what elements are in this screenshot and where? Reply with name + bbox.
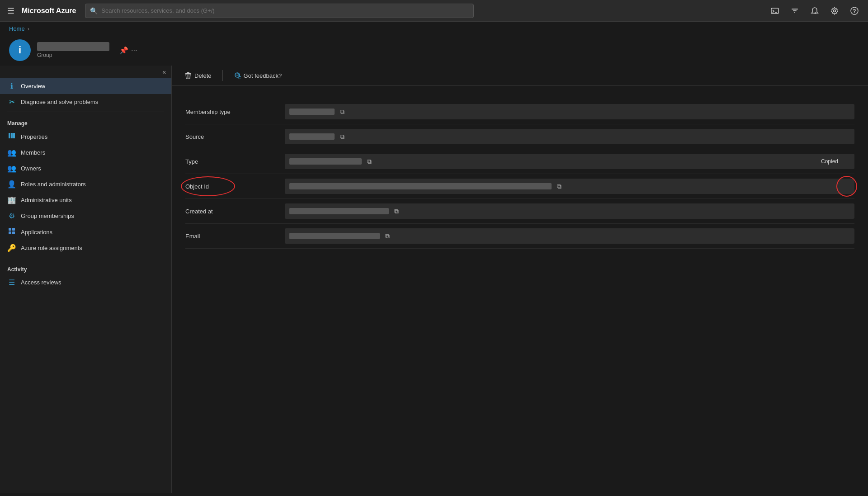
pin-icon[interactable]: 📌 xyxy=(119,46,128,55)
svg-rect-16 xyxy=(12,231,15,234)
svg-rect-18 xyxy=(185,73,191,74)
more-options-icon[interactable]: ··· xyxy=(131,46,137,54)
search-icon: 🔍 xyxy=(90,7,98,14)
settings-icon-btn[interactable] xyxy=(826,3,843,19)
prop-label-object-id: Object Id xyxy=(185,183,285,190)
sidebar-collapse-btn: « xyxy=(0,66,171,78)
content-toolbar: Delete Got feedback? xyxy=(172,66,868,86)
sidebar-divider-activity xyxy=(7,258,164,258)
sidebar-item-label-admin-units: Administrative units xyxy=(21,197,72,203)
filter-icon-btn[interactable] xyxy=(787,3,803,19)
prop-label-type: Type xyxy=(185,158,285,165)
prop-row-object-id: Object Id ⧉ xyxy=(185,174,854,199)
sidebar-item-admin-units[interactable]: 🏢 Administrative units xyxy=(0,192,171,208)
sidebar-item-label-roles: Roles and administrators xyxy=(21,181,86,188)
resource-title-block: Group xyxy=(37,42,109,58)
resource-name-blurred xyxy=(37,42,109,51)
svg-rect-17 xyxy=(187,72,189,73)
sidebar-item-label-overview: Overview xyxy=(21,83,45,90)
diagnose-icon: ✂ xyxy=(7,98,16,106)
prop-value-blurred-object-id xyxy=(289,183,552,189)
copy-btn-email[interactable]: ⧉ xyxy=(383,231,392,241)
toolbar-separator xyxy=(222,70,223,81)
search-bar: 🔍 xyxy=(85,4,474,18)
prop-value-created-at: ⧉ xyxy=(285,203,854,219)
properties-section: Membership type ⧉ Source ⧉ Type xyxy=(172,86,868,258)
sidebar-section-activity: Activity xyxy=(0,260,171,274)
terminal-icon-btn[interactable] xyxy=(767,3,783,19)
svg-rect-4 xyxy=(794,12,795,13)
admin-units-icon: 🏢 xyxy=(7,196,16,204)
sidebar-item-label-azure-role: Azure role assignments xyxy=(21,245,82,251)
main-layout: « ℹ Overview ✂ Diagnose and solve proble… xyxy=(0,66,868,493)
svg-rect-3 xyxy=(793,10,797,11)
search-input[interactable] xyxy=(101,7,469,14)
resource-type: Group xyxy=(37,52,109,58)
svg-point-7 xyxy=(834,9,836,12)
prop-value-blurred-source xyxy=(289,133,335,140)
top-nav: ☰ Microsoft Azure 🔍 ? xyxy=(0,0,868,22)
prop-value-membership-type: ⧉ xyxy=(285,104,854,119)
collapse-sidebar-icon[interactable]: « xyxy=(162,68,166,76)
svg-rect-15 xyxy=(9,231,11,234)
sidebar-item-group-memberships[interactable]: ⚙ Group memberships xyxy=(0,208,171,224)
svg-rect-11 xyxy=(11,133,13,138)
overview-icon: ℹ xyxy=(7,82,16,90)
copy-btn-membership-type[interactable]: ⧉ xyxy=(338,107,346,117)
copy-btn-source[interactable]: ⧉ xyxy=(338,132,346,142)
sidebar-item-overview[interactable]: ℹ Overview xyxy=(0,78,171,94)
svg-text:?: ? xyxy=(853,8,856,14)
azure-role-icon: 🔑 xyxy=(7,244,16,252)
prop-label-created-at: Created at xyxy=(185,208,285,215)
sidebar-section-manage: Manage xyxy=(0,114,171,128)
notification-icon-btn[interactable] xyxy=(807,3,823,19)
sidebar-item-applications[interactable]: Applications xyxy=(0,224,171,240)
prop-label-source: Source xyxy=(185,133,285,140)
prop-row-type: Type Copied ⧉ xyxy=(185,149,854,174)
breadcrumb-separator: › xyxy=(28,25,29,32)
svg-rect-2 xyxy=(792,9,798,9)
svg-rect-13 xyxy=(9,228,11,231)
prop-value-blurred-type xyxy=(289,158,362,165)
hamburger-icon[interactable]: ☰ xyxy=(5,4,16,18)
copy-btn-highlight-circle xyxy=(836,176,857,197)
content-area: Delete Got feedback? Membership type ⧉ S… xyxy=(172,66,868,493)
resource-header: i Group 📌 ··· xyxy=(0,36,868,66)
copy-btn-type[interactable]: ⧉ xyxy=(365,157,373,166)
svg-rect-12 xyxy=(13,133,15,138)
roles-icon: 👤 xyxy=(7,180,16,189)
resource-actions-top: 📌 ··· xyxy=(119,46,137,55)
copy-btn-created-at[interactable]: ⧉ xyxy=(392,207,401,216)
help-icon-btn[interactable]: ? xyxy=(846,3,863,19)
sidebar-item-azure-role[interactable]: 🔑 Azure role assignments xyxy=(0,240,171,256)
feedback-button[interactable]: Got feedback? xyxy=(230,70,286,81)
prop-row-source: Source ⧉ xyxy=(185,124,854,149)
copy-btn-object-id[interactable]: ⧉ xyxy=(555,182,563,191)
prop-value-type: Copied ⧉ xyxy=(285,154,854,169)
group-memberships-icon: ⚙ xyxy=(7,212,16,220)
sidebar-item-diagnose[interactable]: ✂ Diagnose and solve problems xyxy=(0,94,171,110)
prop-row-created-at: Created at ⧉ xyxy=(185,199,854,224)
sidebar-divider-manage xyxy=(7,112,164,112)
sidebar-item-members[interactable]: 👥 Members xyxy=(0,145,171,161)
sidebar-item-properties[interactable]: Properties xyxy=(0,128,171,145)
breadcrumb: Home › xyxy=(0,22,868,36)
copied-label-type: Copied xyxy=(821,158,838,165)
prop-value-source: ⧉ xyxy=(285,129,854,144)
sidebar-item-roles[interactable]: 👤 Roles and administrators xyxy=(0,176,171,192)
prop-value-object-id: ⧉ xyxy=(285,179,854,194)
prop-label-membership-type: Membership type xyxy=(185,109,285,115)
nav-icons: ? xyxy=(767,3,863,19)
delete-button[interactable]: Delete xyxy=(181,70,215,81)
sidebar-item-owners[interactable]: 👥 Owners xyxy=(0,161,171,176)
sidebar-item-access-reviews[interactable]: ☰ Access reviews xyxy=(0,274,171,290)
prop-label-email: Email xyxy=(185,233,285,240)
access-reviews-icon: ☰ xyxy=(7,278,16,287)
members-icon: 👥 xyxy=(7,148,16,157)
properties-icon xyxy=(7,132,16,141)
prop-value-blurred-created-at xyxy=(289,208,389,214)
svg-point-22 xyxy=(239,76,241,79)
breadcrumb-home[interactable]: Home xyxy=(9,25,25,32)
sidebar-item-label-applications: Applications xyxy=(21,229,52,236)
sidebar-item-label-access-reviews: Access reviews xyxy=(21,279,61,286)
